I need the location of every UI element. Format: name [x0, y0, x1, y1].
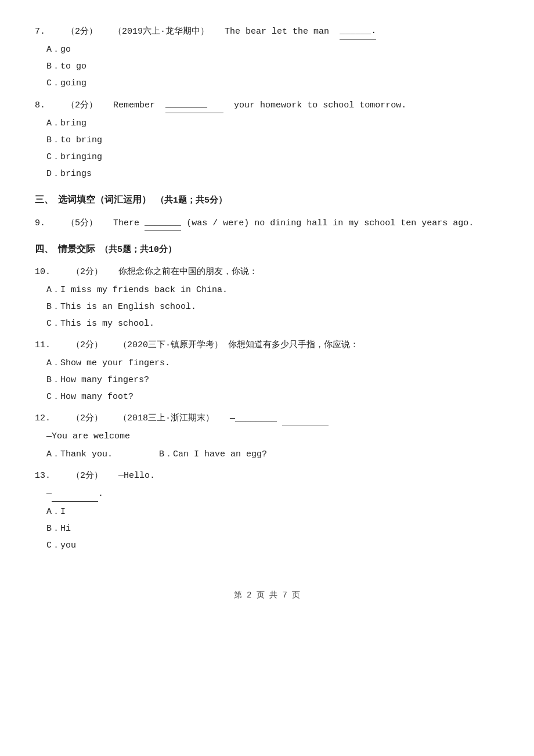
q12-option-b: B．Can I have an egg? [159, 447, 267, 462]
q8-option-b: B．to bring [46, 132, 499, 148]
q7-text: The bear let the man [225, 27, 329, 37]
q12-option-a: A．Thank you. [46, 447, 113, 462]
section-4-num: 四、 [35, 242, 53, 258]
q9-blank: _______ [145, 215, 181, 231]
question-11: 11. （2分） （2020三下·镇原开学考） 你想知道有多少只手指，你应说： … [35, 337, 499, 405]
q12-response: —You are welcome [46, 431, 130, 441]
q12-blank-label: —________ [230, 413, 277, 423]
q13-number: 13. [35, 471, 50, 481]
q12-response-line: —You are welcome [46, 429, 499, 444]
q10-option-a: A．I miss my friends back in China. [46, 282, 499, 298]
q13-blank: —. [46, 489, 103, 499]
q9-line: 9. （5分） There _______ (was / were) no di… [35, 215, 499, 231]
q11-option-a: A．Show me your fingers. [46, 355, 499, 371]
section-3-num: 三、 [35, 192, 53, 209]
q9-points: （5分） [66, 218, 98, 228]
q7-points: （2分） [66, 27, 98, 37]
q11-context: （2020三下·镇原开学考） [118, 340, 223, 350]
q11-points: （2分） [71, 340, 103, 350]
q7-context: （2019六上·龙华期中） [113, 27, 209, 37]
q9-number: 9. [35, 218, 45, 228]
q8-option-c: C．bringing [46, 149, 499, 165]
q8-points: （2分） [66, 100, 98, 110]
question-9: 9. （5分） There _______ (was / were) no di… [35, 215, 499, 231]
q11-line: 11. （2分） （2020三下·镇原开学考） 你想知道有多少只手指，你应说： [35, 337, 499, 353]
q13-option-a: A．I [46, 504, 499, 520]
q13-option-b: B．Hi [46, 521, 499, 537]
q8-option-d: D．brings [46, 166, 499, 182]
q8-line: 8. （2分） Remember ________ your homework … [35, 97, 499, 113]
q7-option-c: C．going [46, 75, 499, 91]
q7-option-a: A．go [46, 42, 499, 57]
q10-points: （2分） [71, 267, 103, 277]
q12-number: 12. [35, 413, 50, 423]
q12-context: （2018三上·浙江期末） [118, 413, 214, 423]
q10-text: 你想念你之前在中国的朋友，你说： [118, 267, 258, 277]
q7-option-a-label: A．go [46, 45, 71, 55]
section-4-meta: （共5题；共10分） [100, 242, 176, 258]
page-footer: 第 2 页 共 7 页 [35, 588, 499, 603]
q11-option-b: B．How many fingers? [46, 372, 499, 388]
q8-text: Remember [113, 100, 155, 110]
q12-blank [282, 426, 329, 426]
q10-option-b: B．This is an English school. [46, 299, 499, 315]
section-3-meta: （共1题；共5分） [156, 193, 227, 208]
q8-number: 8. [35, 100, 45, 110]
q13-points: （2分） [71, 471, 103, 481]
q10-number: 10. [35, 267, 50, 277]
section-3-header: 三、 选词填空（词汇运用） （共1题；共5分） [35, 192, 499, 209]
q13-option-c-text: C．you [46, 541, 76, 550]
q12-options-line: A．Thank you. B．Can I have an egg? [46, 447, 499, 462]
q8-option-a: A．bring [46, 116, 499, 131]
q10-option-c: C．This is my school. [46, 316, 499, 332]
section-4-header: 四、 情景交际 （共5题；共10分） [35, 242, 499, 258]
q7-line: 7. （2分） （2019六上·龙华期中） The bear let the m… [35, 23, 499, 39]
question-12: 12. （2分） （2018三上·浙江期末） —________ —You ar… [35, 411, 499, 462]
q9-text: There [113, 218, 139, 228]
q7-option-b: B．to go [46, 59, 499, 74]
question-8: 8. （2分） Remember ________ your homework … [35, 97, 499, 182]
q11-number: 11. [35, 340, 50, 350]
q13-blank-line: —. [46, 486, 499, 502]
q7-number: 7. [35, 27, 45, 37]
q13-prompt: —Hello. [118, 471, 155, 481]
question-13: 13. （2分） —Hello. —. A．I B．Hi C．you [35, 468, 499, 553]
q9-text2: (was / were) no dining hall in my school… [186, 218, 474, 228]
question-10: 10. （2分） 你想念你之前在中国的朋友，你说： A．I miss my fr… [35, 264, 499, 332]
q13-option-c: C．you [46, 538, 499, 553]
section-4-title: 情景交际 [58, 242, 95, 258]
q8-blank: ________ [165, 97, 223, 113]
q11-text: 你想知道有多少只手指，你应说： [228, 340, 359, 350]
footer-text: 第 2 页 共 7 页 [234, 591, 301, 600]
q12-points: （2分） [71, 413, 103, 423]
q11-option-c: C．How many foot? [46, 389, 499, 405]
q8-text2: your homework to school tomorrow. [234, 100, 406, 110]
section-3-title: 选词填空（词汇运用） [58, 192, 151, 209]
q13-line: 13. （2分） —Hello. [35, 468, 499, 484]
q10-line: 10. （2分） 你想念你之前在中国的朋友，你说： [35, 264, 499, 280]
q7-option-b-label: B．to go [46, 62, 86, 71]
q7-blank: ______. [340, 23, 376, 39]
q12-line: 12. （2分） （2018三上·浙江期末） —________ [35, 411, 499, 426]
q7-option-c-label: C．going [46, 78, 86, 88]
question-7: 7. （2分） （2019六上·龙华期中） The bear let the m… [35, 23, 499, 91]
